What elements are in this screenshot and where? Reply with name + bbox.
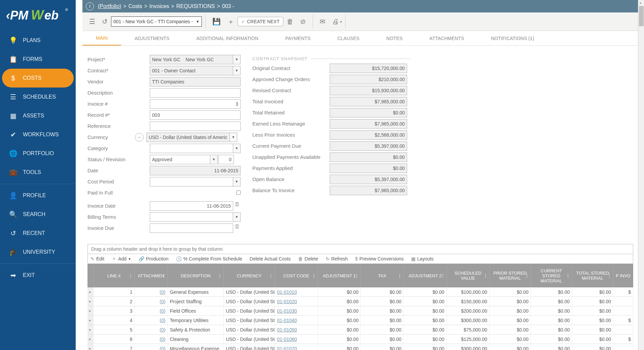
cell-attachments[interactable]: (0)	[135, 287, 168, 296]
row-expand[interactable]: ▸	[87, 287, 94, 296]
table-row[interactable]: ▸3(0)Field OfficesUSD - Dollar (United S…	[87, 306, 633, 316]
row-expand[interactable]: ▸	[87, 325, 94, 334]
row-expand[interactable]: ▸	[87, 316, 94, 325]
table-row[interactable]: ▸1(0)General ExpensesUSD - Dollar (Unite…	[87, 287, 633, 297]
tab-main[interactable]: MAIN	[82, 31, 121, 45]
delete-actual-button[interactable]: Delete Actual Costs	[250, 256, 291, 261]
tab-attachments[interactable]: ATTACHMENTS	[416, 31, 477, 45]
cell-attachments[interactable]: (0)	[135, 306, 168, 315]
sidebar-item-workflows[interactable]: ✔WORKFLOWS	[2, 125, 74, 144]
calendar-icon[interactable]: 🗓	[235, 224, 242, 233]
sidebar-item-recent[interactable]: ↺RECENT	[2, 224, 74, 243]
chevron-down-icon[interactable]: ▼	[233, 177, 241, 186]
delete-button[interactable]: 🗑Delete	[298, 256, 318, 261]
cell-costcode[interactable]: 01-01030	[275, 306, 318, 315]
sidebar-item-portfolio[interactable]: 🌐PORTFOLIO	[2, 144, 74, 163]
row-expand[interactable]: ▸	[87, 335, 94, 344]
sidebar-item-exit[interactable]: ➡EXIT	[2, 266, 74, 285]
paid-in-full-checkbox[interactable]	[236, 190, 241, 195]
contract-field[interactable]	[150, 66, 233, 75]
status-field[interactable]	[150, 155, 210, 164]
sidebar-item-forms[interactable]: 📋FORMS	[2, 50, 74, 69]
breadcrumb-costs[interactable]: Costs	[129, 3, 142, 9]
scrollbar[interactable]	[638, 0, 644, 350]
col-line[interactable]: LINE #⋮	[94, 264, 135, 287]
reference-field[interactable]	[150, 121, 241, 131]
currency-field[interactable]	[146, 133, 230, 142]
invoice-date-field[interactable]	[150, 201, 233, 211]
table-row[interactable]: ▸2(0)Project StaffingUSD - Dollar (Unite…	[87, 297, 633, 306]
scroll-thumb[interactable]	[639, 6, 644, 26]
print-icon[interactable]: 🖨	[332, 18, 339, 26]
col-adjustment1[interactable]: ADJUSTMENT 1⋮	[318, 264, 361, 287]
chevron-down-icon[interactable]: ▼	[233, 66, 241, 75]
tab-adjustments[interactable]: ADJUSTMENTS	[121, 31, 183, 45]
chevron-down-icon[interactable]: ▼	[233, 212, 241, 222]
sidebar-item-costs[interactable]: $COSTS	[2, 69, 74, 88]
vendor-field[interactable]	[150, 77, 241, 86]
table-row[interactable]: ▸6(0)CleaningUSD - Dollar (United Sta01-…	[87, 335, 633, 344]
calendar-icon[interactable]: 🗓	[235, 202, 242, 210]
sidebar-item-assets[interactable]: ▦ASSETS	[2, 106, 74, 125]
ban-icon[interactable]: ⊘	[300, 18, 306, 26]
group-bar[interactable]: Drag a column header and drop it here to…	[87, 244, 633, 254]
tab-payments[interactable]: PAYMENTS	[272, 31, 324, 45]
chevron-down-icon[interactable]: ▼	[230, 133, 237, 142]
table-row[interactable]: ▸7(0)Miscellaneous ExpenseUSD - Dollar (…	[87, 344, 633, 350]
chevron-down-icon[interactable]: ▼	[233, 144, 241, 153]
sidebar-item-plans[interactable]: 💡PLANS	[2, 31, 74, 50]
row-expand[interactable]: ▸	[87, 344, 94, 350]
cost-period-field[interactable]	[150, 177, 233, 186]
sidebar-item-profile[interactable]: 👤PROFILE	[2, 186, 74, 205]
add-button[interactable]: ＋Add ▼	[112, 256, 131, 262]
tab-notes[interactable]: NOTES	[373, 31, 416, 45]
breadcrumb-invoices[interactable]: Invoices	[149, 3, 169, 9]
sidebar-item-schedules[interactable]: ☰SCHEDULES	[2, 88, 74, 106]
refresh-button[interactable]: ↻Refresh	[326, 256, 348, 261]
layouts-button[interactable]: ▦Layouts	[411, 256, 434, 261]
cell-attachments[interactable]: (0)	[135, 297, 168, 306]
preview-conversions-button[interactable]: $Preview Conversions	[355, 256, 404, 261]
record-number-field[interactable]	[150, 110, 241, 120]
chevron-down-icon[interactable]: ▼	[233, 55, 241, 64]
cell-costcode[interactable]: 01-01020	[275, 297, 318, 306]
cell-attachments[interactable]: (0)	[135, 344, 168, 350]
breadcrumb-portfolio[interactable]: (Portfolio)	[98, 3, 121, 9]
col-p-invo[interactable]: P INVO	[613, 264, 633, 287]
history-icon[interactable]: ↺	[102, 18, 108, 26]
col-currency[interactable]: CURRENCY⋮	[224, 264, 275, 287]
date-field[interactable]	[150, 166, 241, 175]
sidebar-item-search[interactable]: 🔍SEARCH	[2, 205, 74, 224]
col-scheduled-value[interactable]: SCHEDULED VALUE⋮	[447, 264, 490, 287]
mail-icon[interactable]: ✉	[320, 18, 325, 26]
table-row[interactable]: ▸5(0)Safety & ProtectionUSD - Dollar (Un…	[87, 325, 633, 335]
invoice-number-field[interactable]	[150, 99, 241, 109]
col-total-stored[interactable]: TOTAL STORED MATERIAL⋮	[572, 264, 613, 287]
record-selector[interactable]: 001 - New York GC - TTI Companies -▼	[111, 16, 202, 27]
project-field[interactable]	[150, 55, 233, 64]
description-field[interactable]	[150, 88, 241, 98]
col-attachments[interactable]: ATTACHMEN⋮	[135, 264, 168, 287]
pct-complete-button[interactable]: 🕓% Complete From Schedule	[176, 256, 242, 261]
info-icon[interactable]: i	[86, 2, 94, 10]
save-icon[interactable]: 💾	[212, 18, 221, 26]
revision-field[interactable]	[218, 155, 234, 164]
cell-costcode[interactable]: 01-01010	[275, 287, 318, 296]
production-button[interactable]: 🔗Production	[139, 256, 169, 261]
tab-clauses[interactable]: CLAUSES	[324, 31, 373, 45]
category-field[interactable]	[150, 144, 233, 153]
sidebar-item-tools[interactable]: 💼TOOLS	[2, 163, 74, 182]
breadcrumb-requisitions[interactable]: REQUISITIONS	[176, 3, 215, 9]
cell-costcode[interactable]: 01-01050	[275, 325, 318, 334]
col-prior-stored[interactable]: PRIOR STORED MATERIAL⋮	[490, 264, 531, 287]
col-adjustment2[interactable]: ADJUSTMENT 2⋮	[404, 264, 447, 287]
cell-attachments[interactable]: (0)	[135, 335, 168, 344]
billing-terms-field[interactable]	[150, 212, 233, 222]
row-expand[interactable]: ▸	[87, 297, 94, 306]
edit-button[interactable]: ✎Edit	[91, 256, 104, 261]
trash-icon[interactable]: 🗑	[287, 18, 293, 26]
add-icon[interactable]: ＋	[227, 17, 234, 26]
tab-additional-information[interactable]: ADDITIONAL INFORMATION	[183, 31, 272, 45]
cell-attachments[interactable]: (0)	[135, 316, 168, 325]
cell-costcode[interactable]: 01-01060	[275, 335, 318, 344]
